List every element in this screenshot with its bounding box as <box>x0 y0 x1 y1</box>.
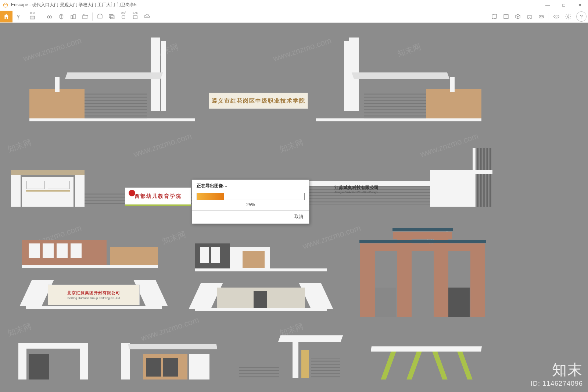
window-controls: — □ ✕ <box>539 0 588 10</box>
factory-gate-model: 江苏斌奥科技有限公司 JiangsuBinAoKeJiYouXianGongsi <box>309 148 492 218</box>
svg-rect-8 <box>73 14 75 19</box>
company-gate-beige: 北京汇源集团开封有限公司 BeiJing HuiYuan Group KaiFe… <box>26 280 162 317</box>
svg-point-5 <box>47 16 50 18</box>
clapperboard-icon[interactable] <box>79 11 91 22</box>
brick-archway-model <box>353 225 500 321</box>
dialog-title: 正在导出图像… <box>192 180 309 191</box>
small-gate-3 <box>239 335 342 383</box>
settings-button[interactable] <box>562 11 574 22</box>
vr-button[interactable] <box>535 11 547 22</box>
box-icon[interactable] <box>512 11 524 22</box>
home-button[interactable] <box>0 11 12 22</box>
svg-rect-15 <box>504 14 508 18</box>
svg-rect-3 <box>30 17 35 18</box>
minimize-button[interactable]: — <box>539 0 556 10</box>
svg-rect-7 <box>71 15 73 19</box>
asset-library-button[interactable] <box>500 11 512 22</box>
small-gate-2 <box>121 343 217 383</box>
company-gate-upper-left <box>22 236 158 277</box>
enscape-app-icon <box>2 2 9 8</box>
svg-rect-2 <box>30 16 35 17</box>
batch-render-button[interactable] <box>106 11 118 22</box>
binoculars-icon[interactable] <box>44 11 55 22</box>
export-progress-dialog: 正在导出图像… 25% 取消 <box>192 179 309 224</box>
cloud-upload-button[interactable] <box>141 11 153 22</box>
svg-point-20 <box>567 15 569 17</box>
main-toolbar: BIM 360° EXE <box>0 10 588 23</box>
svg-rect-10 <box>98 15 102 18</box>
small-gate-4 <box>371 346 481 383</box>
vr-headset-icon[interactable] <box>524 11 535 22</box>
center-gate-model <box>195 236 327 317</box>
svg-point-19 <box>556 16 557 17</box>
svg-rect-12 <box>110 15 114 18</box>
mid-left-gate-model: 西部幼儿教育学院 <box>85 181 191 210</box>
views-button[interactable] <box>12 11 24 22</box>
cancel-button[interactable]: 取消 <box>294 214 303 220</box>
svg-rect-9 <box>83 15 87 18</box>
screenshot-button[interactable] <box>94 11 106 22</box>
svg-rect-16 <box>539 15 544 18</box>
export-progress-bar <box>197 193 305 200</box>
small-gate-1 <box>18 343 96 383</box>
gate-model-top-left <box>29 38 195 126</box>
brand-watermark: 知末 ID: 1146274096 <box>531 360 583 388</box>
visual-settings-button[interactable] <box>551 11 562 22</box>
gate-model-top-right <box>316 38 481 126</box>
svg-point-6 <box>50 16 52 18</box>
svg-rect-14 <box>133 15 137 18</box>
top-center-sign: 遵义市红花岗区中级职业技术学院 <box>209 93 308 109</box>
title-bar: Enscape - 现代入口大门 景观大门 学校大门 工厂大门 门卫岗亭5 — … <box>0 0 588 10</box>
svg-rect-4 <box>30 18 35 19</box>
orientation-button[interactable] <box>55 11 67 22</box>
svg-rect-11 <box>109 14 113 17</box>
help-button[interactable]: ? <box>576 11 587 22</box>
exe-export-button[interactable]: EXE <box>129 11 141 22</box>
svg-point-13 <box>122 15 125 19</box>
window-title: Enscape - 现代入口大门 景观大门 学校大门 工厂大门 门卫岗亭5 <box>11 2 136 8</box>
svg-point-0 <box>3 3 8 7</box>
maximize-button[interactable]: □ <box>556 0 572 10</box>
close-button[interactable]: ✕ <box>572 0 588 10</box>
buildings-icon[interactable] <box>67 11 79 22</box>
bim-button[interactable]: BIM <box>24 11 40 22</box>
panorama-button[interactable]: 360° <box>118 11 129 22</box>
svg-point-17 <box>540 16 541 17</box>
svg-point-18 <box>542 16 542 17</box>
guard-house-model <box>11 159 85 210</box>
svg-point-1 <box>18 15 19 17</box>
minimap-button[interactable] <box>488 11 500 22</box>
progress-percent-label: 25% <box>192 202 309 207</box>
